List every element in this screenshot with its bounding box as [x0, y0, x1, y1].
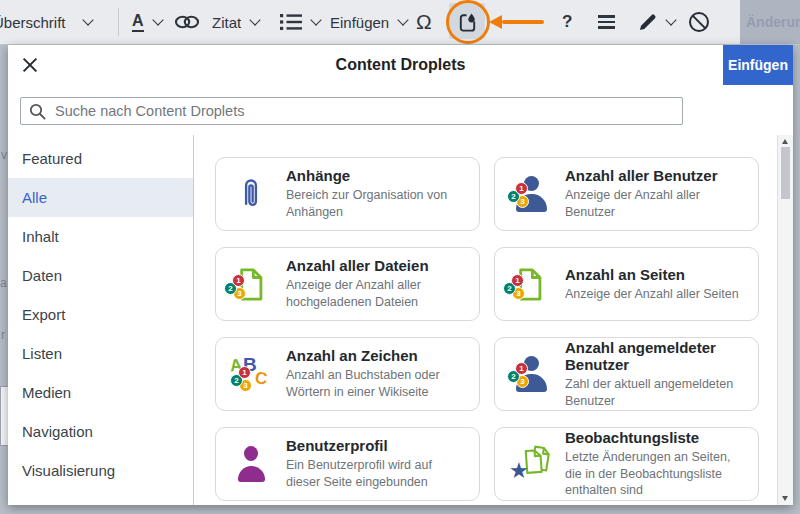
sidebar-category-listen[interactable]: Listen — [8, 334, 193, 373]
droplet-card-text: Anzahl aller DateienAnzeige der Anzahl a… — [286, 257, 479, 311]
droplet-title: Beobachtungsliste — [565, 429, 748, 446]
count-badges: 123 — [507, 182, 533, 208]
sidebar-category-daten[interactable]: Daten — [8, 256, 193, 295]
badge-one: 1 — [232, 274, 245, 287]
sidebar-category-inhalt[interactable]: Inhalt — [8, 217, 193, 256]
background-text-fragment: a — [0, 276, 7, 290]
chevron-down-icon — [310, 14, 321, 25]
menu-button[interactable] — [598, 0, 615, 44]
droplet-title: Anzahl angemeldeter Benutzer — [565, 339, 748, 373]
droplet-description: Letzte Änderungen an Seiten, die in der … — [565, 449, 748, 500]
scrollbar-thumb[interactable] — [781, 147, 790, 199]
badge-one: 1 — [238, 366, 251, 379]
annotation-arrow-icon — [489, 15, 544, 29]
droplet-description: Anzahl an Buchstaben oder Wörtern in ein… — [286, 367, 469, 401]
user-badge-icon: 123 — [495, 338, 565, 410]
chevron-down-icon — [152, 14, 163, 25]
droplet-description: Anzeige der Anzahl aller hochgeladenen D… — [286, 277, 469, 311]
content-droplets-button[interactable] — [449, 3, 485, 39]
droplet-card[interactable]: 123Anzahl aller DateienAnzeige der Anzah… — [215, 247, 480, 321]
no-entry-icon — [688, 11, 710, 33]
sidebar-category-visualisierung[interactable]: Visualisierung — [8, 451, 193, 490]
droplet-description: Zahl der aktuell angemeldeten Benutzer — [565, 376, 748, 410]
category-sidebar: FeaturedAlleInhaltDatenExportListenMedie… — [8, 135, 194, 505]
sidebar-category-navigation[interactable]: Navigation — [8, 412, 193, 451]
scroll-down-icon[interactable] — [782, 496, 788, 501]
droplet-description: Anzeige der Anzahl aller Seiten — [565, 286, 748, 303]
droplet-title: Anhänge — [286, 167, 469, 184]
droplet-description: Bereich zur Organisation von Anhängen — [286, 187, 469, 221]
watchlist-icon: ★ — [495, 428, 565, 500]
count-badges: 123 — [224, 274, 250, 300]
chevron-down-icon — [250, 14, 261, 25]
droplet-description: Ein Benutzerprofil wird auf dieser Seite… — [286, 457, 469, 491]
chevron-down-icon — [398, 14, 409, 25]
char-count-icon: ABC123 — [216, 338, 286, 410]
droplet-card[interactable]: 123Anzahl aller BenutzerAnzeige der Anza… — [494, 157, 759, 231]
droplet-card[interactable]: ★BeobachtungslisteLetzte Änderungen an S… — [494, 427, 759, 501]
link-button[interactable] — [174, 0, 200, 44]
cite-dropdown-label: Zitat — [212, 14, 241, 31]
droplet-card[interactable]: 123Anzahl angemeldeter BenutzerZahl der … — [494, 337, 759, 411]
scrollbar[interactable] — [777, 135, 793, 505]
insert-dropdown[interactable]: Einfügen — [330, 0, 407, 44]
editor-toolbar: Überschrift A Zitat — [0, 0, 800, 45]
search-input[interactable] — [20, 97, 683, 125]
droplet-card-grid: AnhängeBereich zur Organisation von Anhä… — [194, 135, 777, 505]
text-style-icon: A — [132, 13, 144, 32]
droplet-description: Anzeige der Anzahl aller Benutzer — [565, 187, 748, 221]
droplet-card[interactable]: 123Anzahl an SeitenAnzeige der Anzahl al… — [494, 247, 759, 321]
help-icon: ? — [562, 12, 572, 32]
user-profile-icon — [216, 428, 286, 500]
help-button[interactable]: ? — [562, 0, 572, 44]
content-droplets-dialog: Content Droplets Einfügen FeaturedAlleIn… — [8, 45, 793, 505]
heading-dropdown[interactable]: Überschrift — [0, 0, 92, 44]
page-count-icon: 123 — [495, 248, 565, 320]
cancel-edit-button[interactable] — [688, 0, 710, 44]
droplet-title: Anzahl an Zeichen — [286, 347, 469, 364]
edit-mode-dropdown[interactable] — [638, 0, 675, 44]
screen: v a r Überschrift A Zitat — [0, 0, 800, 514]
list-dropdown[interactable] — [280, 0, 320, 44]
paperclip-icon — [216, 158, 286, 230]
droplet-title: Anzahl aller Dateien — [286, 257, 469, 274]
insert-dropdown-label: Einfügen — [330, 14, 389, 31]
letter-c: C — [254, 369, 268, 387]
star-icon: ★ — [509, 460, 529, 482]
omega-icon: Ω — [416, 10, 432, 34]
pencil-icon — [638, 13, 657, 32]
sidebar-category-medien[interactable]: Medien — [8, 373, 193, 412]
droplet-card[interactable]: AnhängeBereich zur Organisation von Anhä… — [215, 157, 480, 231]
badge-one: 1 — [515, 362, 528, 375]
badge-one: 1 — [515, 182, 528, 195]
scroll-up-icon[interactable] — [782, 139, 788, 144]
heading-dropdown-label: Überschrift — [0, 14, 66, 31]
chevron-down-icon — [665, 14, 676, 25]
text-style-dropdown[interactable]: A — [132, 0, 162, 44]
droplet-card[interactable]: BenutzerprofilEin Benutzerprofil wird au… — [215, 427, 480, 501]
save-changes-button[interactable]: Änderungen — [740, 0, 800, 44]
sidebar-category-alle[interactable]: Alle — [8, 178, 193, 217]
sidebar-category-export[interactable]: Export — [8, 295, 193, 334]
background-text-fragment: v — [1, 148, 7, 162]
count-badges: 123 — [230, 366, 256, 392]
droplet-card-text: Anzahl angemeldeter BenutzerZahl der akt… — [565, 339, 758, 410]
dialog-insert-button[interactable]: Einfügen — [723, 45, 793, 85]
sidebar-category-featured[interactable]: Featured — [8, 139, 193, 178]
close-icon[interactable] — [21, 56, 39, 74]
link-icon — [174, 14, 200, 30]
droplet-card-text: AnhängeBereich zur Organisation von Anhä… — [286, 167, 479, 221]
bullet-list-icon — [280, 13, 302, 31]
droplet-card-text: BeobachtungslisteLetzte Änderungen an Se… — [565, 429, 758, 500]
dialog-title: Content Droplets — [8, 45, 793, 85]
droplet-title: Anzahl aller Benutzer — [565, 167, 748, 184]
hamburger-icon — [598, 15, 615, 28]
content-droplet-icon — [456, 10, 479, 33]
cite-dropdown[interactable]: Zitat — [212, 0, 259, 44]
user-count-icon: 123 — [495, 158, 565, 230]
special-character-button[interactable]: Ω — [416, 0, 432, 44]
droplet-card-text: BenutzerprofilEin Benutzerprofil wird au… — [286, 437, 479, 491]
droplet-card[interactable]: ABC123Anzahl an ZeichenAnzahl an Buchsta… — [215, 337, 480, 411]
count-badges: 123 — [503, 274, 529, 300]
droplet-card-text: Anzahl an SeitenAnzeige der Anzahl aller… — [565, 266, 758, 303]
